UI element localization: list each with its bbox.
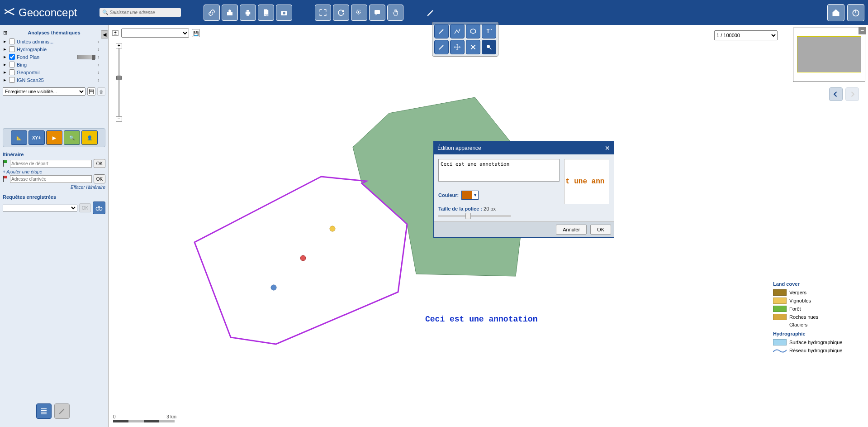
color-swatch[interactable] [462,191,472,199]
dialog-ok-button[interactable]: OK [590,225,611,235]
add-step-link[interactable]: + Ajouter une étape [3,169,105,174]
edit-delete-button[interactable] [466,40,480,54]
view-mode-buttons [36,403,70,419]
dialog-cancel-button[interactable]: Annuler [556,225,587,235]
end-ok-button[interactable]: OK [94,174,105,183]
measure-button[interactable]: 📐 [11,130,27,145]
font-size-slider[interactable] [438,215,511,217]
route-button[interactable]: ▶ [46,130,62,145]
view-list-button[interactable] [36,403,52,419]
edit-polygon-button[interactable] [466,24,480,38]
info-button[interactable] [369,5,385,21]
search-input[interactable] [109,9,178,16]
layer-label[interactable]: Hydrographie [17,47,95,52]
layer-expander[interactable]: ▸ [3,54,7,60]
zoom-toggle-button[interactable]: ± [112,30,119,36]
queries-ok-button[interactable]: OK [79,203,91,212]
layer-checkbox[interactable] [9,54,15,60]
toolbar-group-view [315,5,403,21]
svg-rect-11 [3,160,4,167]
svg-rect-2 [247,14,249,15]
fullscreen-button[interactable] [315,5,331,21]
save-visibility-button[interactable]: 💾 [87,87,95,96]
refresh-button[interactable] [333,5,349,21]
svg-rect-7 [375,10,380,14]
camera-button[interactable] [276,5,292,21]
pencil-icon[interactable] [426,8,435,17]
overview-map[interactable]: − [793,28,865,82]
link-button[interactable] [204,5,220,21]
dialog-titlebar[interactable]: Édition apparence ✕ [434,142,614,154]
layer-dropdown[interactable] [121,29,189,38]
layer-move-arrows[interactable]: ↕ [97,47,105,52]
erase-itinerary-link[interactable]: Effacer l'itinéraire [3,185,105,190]
layer-opacity-slider[interactable] [77,55,95,59]
overview-collapse-button[interactable]: − [859,27,866,34]
layer-move-arrows[interactable]: ↕ [97,70,105,75]
edit-text-button[interactable]: T [482,24,496,38]
layer-move-arrows[interactable]: ↕ [97,78,105,82]
layer-label[interactable]: Fond Plan [17,54,76,60]
layer-checkbox[interactable] [9,77,15,83]
queries-select[interactable] [3,205,77,211]
layer-expander[interactable]: ▸ [3,77,7,83]
font-size-thumb[interactable] [465,213,471,219]
edit-appearance-button[interactable] [482,40,496,54]
expand-all-icon[interactable]: ⊞ [3,30,7,36]
layer-checkbox[interactable] [9,62,15,67]
export-button[interactable] [222,5,238,21]
layer-checkbox[interactable] [9,38,15,44]
end-address-input[interactable] [10,175,92,183]
color-label: Couleur: [438,192,459,198]
zoom-thumb[interactable] [116,76,122,80]
layer-label[interactable]: IGN Scan25 [17,77,95,83]
view-edit-button[interactable] [54,403,70,419]
layer-expander[interactable]: ▸ [3,46,7,52]
pdf-button[interactable]: PDF [258,5,274,21]
dialog-close-button[interactable]: ✕ [605,144,610,152]
isochrone-button[interactable]: 👤 [81,130,98,145]
svg-point-10 [487,45,490,48]
layer-label[interactable]: Unités adminis... [17,39,95,44]
edit-polyline-button[interactable] [450,24,465,38]
layer-expander[interactable]: ▸ [3,38,7,44]
home-button[interactable] [827,4,844,21]
legend-row: Vignobles [773,297,854,305]
zoom-slider[interactable]: + − [116,43,122,122]
layer-expander[interactable]: ▸ [3,69,7,75]
layer-move-arrows[interactable]: ↕ [97,55,105,59]
zoom-plus-button[interactable] [351,5,367,21]
edit-eraser-button[interactable] [434,40,449,54]
delete-visibility-button[interactable]: 🗑 [97,87,105,96]
layer-label[interactable]: Geoportail [17,70,95,75]
layer-checkbox[interactable] [9,46,15,52]
start-address-input[interactable] [10,160,92,168]
sidebar-collapse-button[interactable]: ◀ [101,30,108,38]
svg-text:T: T [487,29,490,34]
layer-expander[interactable]: ▸ [3,62,7,67]
layer-label[interactable]: Bing [17,62,95,67]
layer-move-arrows[interactable]: ↕ [97,39,105,44]
zoom-out-button[interactable]: − [116,116,122,122]
binoculars-button[interactable] [93,202,105,214]
color-dropdown-button[interactable]: ▼ [472,191,478,199]
edit-pencil-button[interactable] [434,24,449,38]
search-zoom-button[interactable]: 🔍 [64,130,80,145]
pan-button[interactable] [387,5,403,21]
visibility-select[interactable]: Enregistrer une visibilité... [3,87,85,96]
save-layer-button[interactable]: 💾 [192,29,200,37]
address-search[interactable]: 🔍 [100,8,181,17]
layer-move-arrows[interactable]: ↕ [97,62,105,67]
scale-select[interactable]: 1 / 100000 [714,30,778,40]
start-ok-button[interactable]: OK [94,159,105,168]
xy-button[interactable]: XY+ [28,130,45,145]
zoom-in-button[interactable]: + [116,43,122,48]
annotation-text-input[interactable] [438,159,560,182]
nav-prev-button[interactable] [829,87,843,101]
edit-move-button[interactable] [450,40,465,54]
layer-checkbox[interactable] [9,69,15,75]
nav-next-button[interactable] [845,87,859,101]
print-button[interactable] [240,5,256,21]
power-button[interactable] [847,4,864,21]
bottom-tools: 📐 XY+ ▶ 🔍 👤 Itinéraire OK + Ajouter une … [0,125,108,217]
